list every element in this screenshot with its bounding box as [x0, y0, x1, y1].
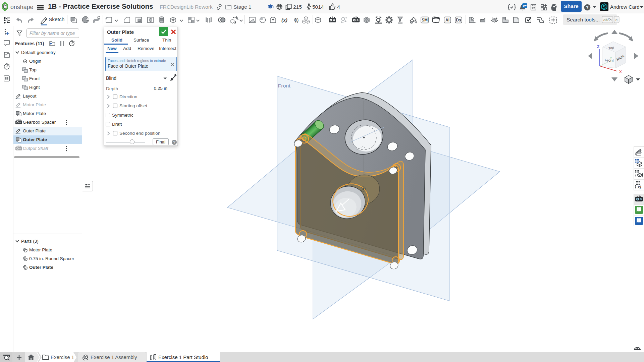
svg-text:?: ?	[586, 5, 589, 10]
svg-text:Ds: Ds	[456, 18, 461, 22]
svg-text:(: (	[295, 17, 297, 23]
svg-text:Search tools...: Search tools...	[567, 17, 600, 22]
svg-text:Ai: Ai	[445, 18, 449, 22]
svg-text:c: c	[615, 18, 618, 22]
svg-text:alt/: alt/	[603, 18, 609, 22]
svg-text:Y: Y	[610, 57, 612, 60]
svg-text:9+: 9+	[523, 4, 527, 7]
svg-text:Front: Front	[278, 83, 291, 88]
svg-text:X: X	[619, 70, 622, 74]
svg-text:Z: Z	[597, 45, 599, 49]
svg-text:Front: Front	[604, 58, 614, 62]
svg-text:(x): (x)	[281, 17, 288, 23]
svg-text:): )	[297, 17, 299, 23]
svg-text:SM: SM	[422, 18, 428, 22]
svg-text:x): x)	[637, 184, 641, 189]
